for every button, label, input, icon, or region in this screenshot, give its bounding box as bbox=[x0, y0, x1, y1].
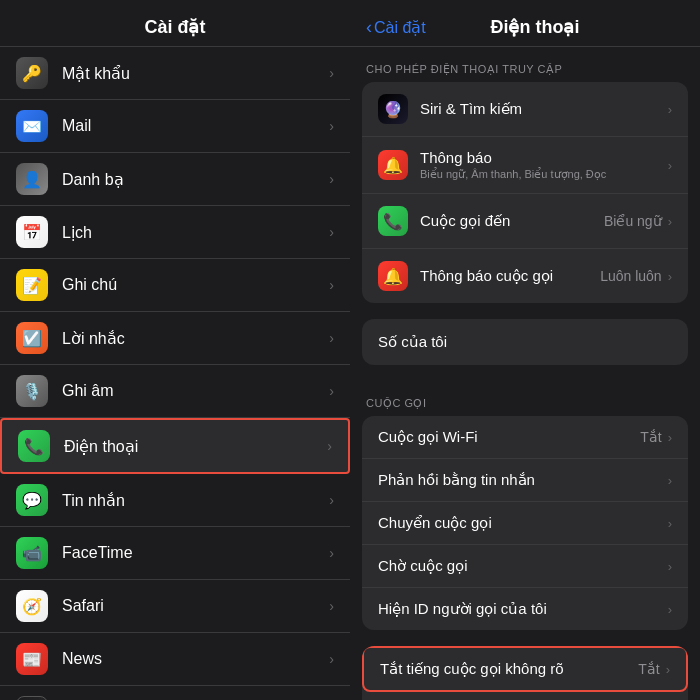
hienid-chevron-icon: › bbox=[668, 602, 672, 617]
mail-label: Mail bbox=[62, 117, 329, 135]
left-title: Cài đặt bbox=[16, 16, 334, 38]
loinhac-label: Lời nhắc bbox=[62, 329, 329, 348]
facetime-chevron-icon: › bbox=[329, 545, 334, 561]
sidebar-item-matkhau[interactable]: 🔑Mật khẩu› bbox=[0, 47, 350, 100]
cuocgoiwifi-chevron-icon: › bbox=[668, 430, 672, 445]
cuocgoiden-text: Cuộc gọi đến bbox=[420, 212, 604, 230]
right-item-thongbao[interactable]: 🔔Thông báoBiểu ngữ, Âm thanh, Biểu tượng… bbox=[362, 137, 688, 194]
thongbaocuocgoi-value: Luôn luôn bbox=[600, 268, 662, 284]
lich-icon: 📅 bbox=[16, 216, 48, 248]
sidebar-item-facetime[interactable]: 📹FaceTime› bbox=[0, 527, 350, 580]
right-item-tattiengnhongro[interactable]: Tắt tiếng cuộc gọi không rõTắt› bbox=[362, 646, 688, 692]
section1-header: CHO PHÉP ĐIỆN THOẠI TRUY CẬP bbox=[350, 47, 700, 82]
ghichu-chevron-icon: › bbox=[329, 277, 334, 293]
standalone-my-number[interactable]: Số của tôi bbox=[362, 319, 688, 365]
siri-label: Siri & Tìm kiếm bbox=[420, 100, 662, 118]
settings-list: 🔑Mật khẩu›✉️Mail›👤Danh bạ›📅Lịch›📝Ghi chú… bbox=[0, 47, 350, 700]
facetime-icon: 📹 bbox=[16, 537, 48, 569]
right-item-siri[interactable]: 🔮Siri & Tìm kiếm› bbox=[362, 82, 688, 137]
cuocgoiwifi-label: Cuộc gọi Wi-Fi bbox=[378, 428, 640, 446]
section1-group: 🔮Siri & Tìm kiếm›🔔Thông báoBiểu ngữ, Âm … bbox=[362, 82, 688, 303]
dienthoai-chevron-icon: › bbox=[327, 438, 332, 454]
thongbaocuocgoi-text: Thông báo cuộc gọi bbox=[420, 267, 600, 285]
facetime-label: FaceTime bbox=[62, 544, 329, 562]
right-item-lienhebichan[interactable]: Liên hệ bị chặn› bbox=[362, 692, 688, 700]
matkhau-icon: 🔑 bbox=[16, 57, 48, 89]
lich-label: Lịch bbox=[62, 223, 329, 242]
sidebar-item-lich[interactable]: 📅Lịch› bbox=[0, 206, 350, 259]
right-item-cuocgoiwifi[interactable]: Cuộc gọi Wi-FiTắt› bbox=[362, 416, 688, 459]
back-button[interactable]: ‹ Cài đặt bbox=[366, 17, 426, 38]
ghiam-icon: 🎙️ bbox=[16, 375, 48, 407]
tattiengnhongro-label: Tắt tiếng cuộc gọi không rõ bbox=[380, 660, 638, 678]
safari-chevron-icon: › bbox=[329, 598, 334, 614]
right-item-thongbaocuocgoi[interactable]: 🔔Thông báo cuộc gọiLuôn luôn› bbox=[362, 249, 688, 303]
ghichu-icon: 📝 bbox=[16, 269, 48, 301]
mail-icon: ✉️ bbox=[16, 110, 48, 142]
thongbaocuocgoi-chevron-icon: › bbox=[668, 269, 672, 284]
sidebar-item-chungkhoan[interactable]: 📈Chứng khoán› bbox=[0, 686, 350, 700]
cuocgoiden-chevron-icon: › bbox=[668, 214, 672, 229]
sidebar-item-loinhac[interactable]: ☑️Lời nhắc› bbox=[0, 312, 350, 365]
right-item-cuocgoiden[interactable]: 📞Cuộc gọi đếnBiểu ngữ› bbox=[362, 194, 688, 249]
thongbaocuocgoi-label: Thông báo cuộc gọi bbox=[420, 267, 600, 285]
safari-icon: 🧭 bbox=[16, 590, 48, 622]
right-title: Điện thoại bbox=[426, 16, 644, 38]
tinnhan-label: Tin nhắn bbox=[62, 491, 329, 510]
thongbao-icon: 🔔 bbox=[378, 150, 408, 180]
tinnhan-icon: 💬 bbox=[16, 484, 48, 516]
dienthoai-icon: 📞 bbox=[18, 430, 50, 462]
thongbao-label: Thông báo bbox=[420, 149, 662, 166]
sidebar-item-ghichu[interactable]: 📝Ghi chú› bbox=[0, 259, 350, 312]
thongbao-text: Thông báoBiểu ngữ, Âm thanh, Biểu tượng,… bbox=[420, 149, 662, 181]
tinnhan-chevron-icon: › bbox=[329, 492, 334, 508]
right-item-phanhoibangtin[interactable]: Phản hồi bằng tin nhắn› bbox=[362, 459, 688, 502]
siri-chevron-icon: › bbox=[668, 102, 672, 117]
chocuocgoi-chevron-icon: › bbox=[668, 559, 672, 574]
phanhoibangtin-chevron-icon: › bbox=[668, 473, 672, 488]
right-content: CHO PHÉP ĐIỆN THOẠI TRUY CẬP🔮Siri & Tìm … bbox=[350, 47, 700, 700]
loinhac-chevron-icon: › bbox=[329, 330, 334, 346]
siri-text: Siri & Tìm kiếm bbox=[420, 100, 662, 118]
cuocgoiden-label: Cuộc gọi đến bbox=[420, 212, 604, 230]
sidebar-item-safari[interactable]: 🧭Safari› bbox=[0, 580, 350, 633]
news-chevron-icon: › bbox=[329, 651, 334, 667]
left-header: Cài đặt bbox=[0, 0, 350, 47]
chocuocgoi-label: Chờ cuộc gọi bbox=[378, 557, 662, 575]
sidebar-item-danhba[interactable]: 👤Danh bạ› bbox=[0, 153, 350, 206]
safari-label: Safari bbox=[62, 597, 329, 615]
dienthoai-label: Điện thoại bbox=[64, 437, 327, 456]
sidebar-item-tinnhan[interactable]: 💬Tin nhắn› bbox=[0, 474, 350, 527]
right-header: ‹ Cài đặt Điện thoại bbox=[350, 0, 700, 47]
chuyencuocgoi-chevron-icon: › bbox=[668, 516, 672, 531]
right-item-hienid[interactable]: Hiện ID người gọi của tôi› bbox=[362, 588, 688, 630]
siri-icon: 🔮 bbox=[378, 94, 408, 124]
back-label[interactable]: Cài đặt bbox=[374, 18, 426, 37]
cuocgoiden-icon: 📞 bbox=[378, 206, 408, 236]
news-icon: 📰 bbox=[16, 643, 48, 675]
danhba-icon: 👤 bbox=[16, 163, 48, 195]
sidebar-item-mail[interactable]: ✉️Mail› bbox=[0, 100, 350, 153]
right-panel: ‹ Cài đặt Điện thoại CHO PHÉP ĐIỆN THOẠI… bbox=[350, 0, 700, 700]
cuocgoiwifi-value: Tắt bbox=[640, 429, 661, 445]
lich-chevron-icon: › bbox=[329, 224, 334, 240]
mail-chevron-icon: › bbox=[329, 118, 334, 134]
phanhoibangtin-label: Phản hồi bằng tin nhắn bbox=[378, 471, 662, 489]
sidebar-item-ghiam[interactable]: 🎙️Ghi âm› bbox=[0, 365, 350, 418]
thongbaocuocgoi-icon: 🔔 bbox=[378, 261, 408, 291]
ghiam-chevron-icon: › bbox=[329, 383, 334, 399]
chuyencuocgoi-label: Chuyển cuộc gọi bbox=[378, 514, 662, 532]
ghichu-label: Ghi chú bbox=[62, 276, 329, 294]
sidebar-item-news[interactable]: 📰News› bbox=[0, 633, 350, 686]
ghiam-label: Ghi âm bbox=[62, 382, 329, 400]
hienid-label: Hiện ID người gọi của tôi bbox=[378, 600, 662, 618]
tattiengnhongro-value: Tắt bbox=[638, 661, 659, 677]
news-label: News bbox=[62, 650, 329, 668]
right-item-chocuocgoi[interactable]: Chờ cuộc gọi› bbox=[362, 545, 688, 588]
matkhau-label: Mật khẩu bbox=[62, 64, 329, 83]
thongbao-chevron-icon: › bbox=[668, 158, 672, 173]
right-item-chuyencuocgoi[interactable]: Chuyển cuộc gọi› bbox=[362, 502, 688, 545]
sidebar-item-dienthoai[interactable]: 📞Điện thoại› bbox=[0, 418, 350, 474]
danhba-label: Danh bạ bbox=[62, 170, 329, 189]
section3-group: Tắt tiếng cuộc gọi không rõTắt›Liên hệ b… bbox=[362, 646, 688, 700]
